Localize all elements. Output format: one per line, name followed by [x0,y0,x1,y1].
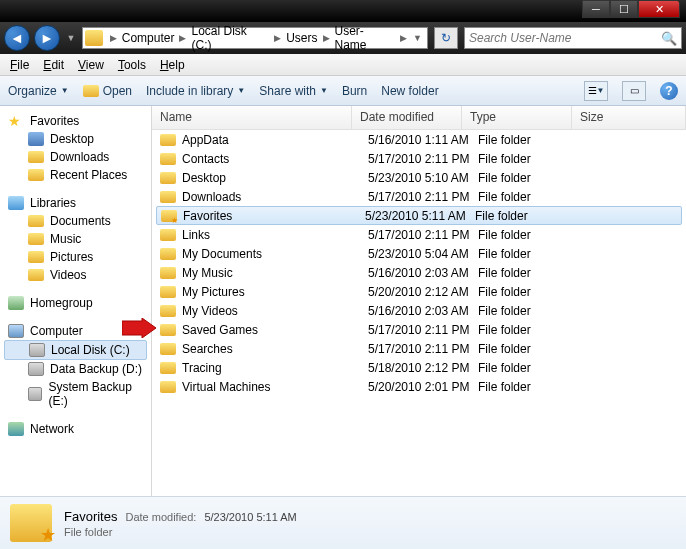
sidebar-item-music[interactable]: Music [0,230,151,248]
sidebar-item-recent[interactable]: Recent Places [0,166,151,184]
menu-tools[interactable]: Tools [112,56,152,74]
column-date[interactable]: Date modified [352,106,462,129]
file-type: File folder [478,342,588,356]
file-type: File folder [478,228,588,242]
drive-icon [28,362,44,376]
folder-icon [160,343,176,355]
menu-view[interactable]: View [72,56,110,74]
history-dropdown[interactable]: ▼ [64,33,78,43]
include-library-button[interactable]: Include in library ▼ [146,84,245,98]
homegroup-icon [8,296,24,310]
file-row[interactable]: Downloads5/17/2010 2:11 PMFile folder [152,187,686,206]
file-type: File folder [475,209,585,223]
file-row[interactable]: My Music5/16/2010 2:03 AMFile folder [152,263,686,282]
file-type: File folder [478,266,588,280]
sidebar-homegroup[interactable]: Homegroup [0,294,151,312]
sidebar-item-system-backup[interactable]: System Backup (E:) [0,378,151,410]
chevron-right-icon[interactable]: ▶ [397,33,410,43]
column-type[interactable]: Type [462,106,572,129]
chevron-right-icon[interactable]: ▶ [320,33,333,43]
file-row[interactable]: Searches5/17/2010 2:11 PMFile folder [152,339,686,358]
details-date-value: 5/23/2010 5:11 AM [204,511,296,523]
view-options-button[interactable]: ☰ ▼ [584,81,608,101]
sidebar-item-videos[interactable]: Videos [0,266,151,284]
file-type: File folder [478,380,588,394]
file-row[interactable]: My Documents5/23/2010 5:04 AMFile folder [152,244,686,263]
file-date: 5/16/2010 2:03 AM [368,304,478,318]
share-button[interactable]: Share with ▼ [259,84,328,98]
folder-icon [160,286,176,298]
breadcrumb-drive[interactable]: Local Disk (C:) [189,24,271,52]
file-row[interactable]: AppData5/16/2010 1:11 AMFile folder [152,130,686,149]
folder-icon [161,210,177,222]
sidebar-libraries[interactable]: Libraries [0,194,151,212]
folder-icon [160,172,176,184]
menu-edit[interactable]: Edit [37,56,70,74]
address-dropdown-icon[interactable]: ▼ [410,33,425,43]
file-row[interactable]: Desktop5/23/2010 5:10 AMFile folder [152,168,686,187]
file-row[interactable]: Links5/17/2010 2:11 PMFile folder [152,225,686,244]
file-name: Links [182,228,368,242]
network-icon [8,422,24,436]
breadcrumb-users[interactable]: Users [284,31,319,45]
menu-file[interactable]: File [4,56,35,74]
chevron-right-icon[interactable]: ▶ [271,33,284,43]
sidebar-item-desktop[interactable]: Desktop [0,130,151,148]
chevron-right-icon[interactable]: ▶ [176,33,189,43]
search-input[interactable] [469,31,661,45]
open-button[interactable]: Open [83,84,132,98]
file-row[interactable]: My Videos5/16/2010 2:03 AMFile folder [152,301,686,320]
sidebar-network[interactable]: Network [0,420,151,438]
favorites-folder-icon [10,504,52,542]
file-name: My Pictures [182,285,368,299]
file-date: 5/17/2010 2:11 PM [368,152,478,166]
organize-button[interactable]: Organize ▼ [8,84,69,98]
sidebar-item-data-backup[interactable]: Data Backup (D:) [0,360,151,378]
sidebar-favorites[interactable]: ★Favorites [0,112,151,130]
file-date: 5/18/2010 2:12 PM [368,361,478,375]
forward-button[interactable]: ► [34,25,60,51]
file-row[interactable]: Contacts5/17/2010 2:11 PMFile folder [152,149,686,168]
file-date: 5/17/2010 2:11 PM [368,323,478,337]
preview-pane-button[interactable]: ▭ [622,81,646,101]
file-type: File folder [478,323,588,337]
search-box[interactable]: 🔍 [464,27,682,49]
file-list-pane: Name Date modified Type Size AppData5/16… [152,106,686,496]
help-button[interactable]: ? [660,82,678,100]
address-bar[interactable]: ▶ Computer ▶ Local Disk (C:) ▶ Users ▶ U… [82,27,428,49]
sidebar-computer[interactable]: Computer [0,322,151,340]
refresh-button[interactable]: ↻ [434,27,458,49]
file-date: 5/23/2010 5:04 AM [368,247,478,261]
file-type: File folder [478,304,588,318]
column-name[interactable]: Name [152,106,352,129]
file-row[interactable]: Saved Games5/17/2010 2:11 PMFile folder [152,320,686,339]
sidebar-item-documents[interactable]: Documents [0,212,151,230]
file-date: 5/20/2010 2:12 AM [368,285,478,299]
file-row[interactable]: Tracing5/18/2010 2:12 PMFile folder [152,358,686,377]
column-size[interactable]: Size [572,106,686,129]
menu-help[interactable]: Help [154,56,191,74]
chevron-right-icon[interactable]: ▶ [107,33,120,43]
sidebar-item-local-disk-c[interactable]: Local Disk (C:) [4,340,147,360]
sidebar-item-pictures[interactable]: Pictures [0,248,151,266]
details-type: File folder [64,526,297,538]
back-button[interactable]: ◄ [4,25,30,51]
new-folder-button[interactable]: New folder [381,84,438,98]
search-icon[interactable]: 🔍 [661,31,677,46]
maximize-button[interactable]: ☐ [610,0,638,18]
folder-icon [160,229,176,241]
menu-bar: File Edit View Tools Help [0,54,686,76]
file-date: 5/16/2010 1:11 AM [368,133,478,147]
close-button[interactable]: ✕ [638,0,680,18]
file-row[interactable]: My Pictures5/20/2010 2:12 AMFile folder [152,282,686,301]
file-row[interactable]: Favorites5/23/2010 5:11 AMFile folder [156,206,682,225]
file-name: Saved Games [182,323,368,337]
file-name: Searches [182,342,368,356]
sidebar-item-downloads[interactable]: Downloads [0,148,151,166]
file-row[interactable]: Virtual Machines5/20/2010 2:01 PMFile fo… [152,377,686,396]
burn-button[interactable]: Burn [342,84,367,98]
breadcrumb-computer[interactable]: Computer [120,31,177,45]
minimize-button[interactable]: ─ [582,0,610,18]
breadcrumb-username[interactable]: User-Name [333,24,398,52]
details-title: Favorites [64,509,117,524]
